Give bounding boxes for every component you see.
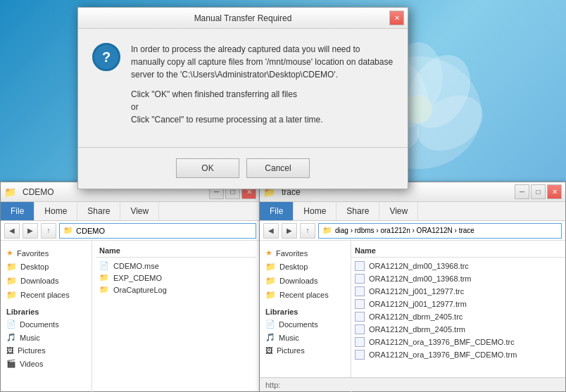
modal-titlebar: Manual Transfer Required ✕: [78, 8, 408, 29]
modal-paragraph-2: Click "OK" when finished transferring al…: [131, 88, 394, 126]
modal-title: Manual Transfer Required: [194, 13, 292, 23]
ok-button[interactable]: OK: [176, 158, 239, 178]
modal-paragraph-1: In order to process the already captured…: [131, 43, 394, 81]
modal-body: ? In order to process the already captur…: [78, 29, 408, 147]
modal-close-button[interactable]: ✕: [389, 11, 404, 25]
modal-buttons: OK Cancel: [78, 147, 408, 189]
cancel-button[interactable]: Cancel: [246, 158, 310, 178]
modal-dialog: Manual Transfer Required ✕ ? In order to…: [77, 7, 408, 189]
modal-text-content: In order to process the already captured…: [131, 43, 394, 133]
modal-info-icon: ?: [92, 43, 120, 71]
modal-overlay: Manual Transfer Required ✕ ? In order to…: [0, 0, 566, 392]
